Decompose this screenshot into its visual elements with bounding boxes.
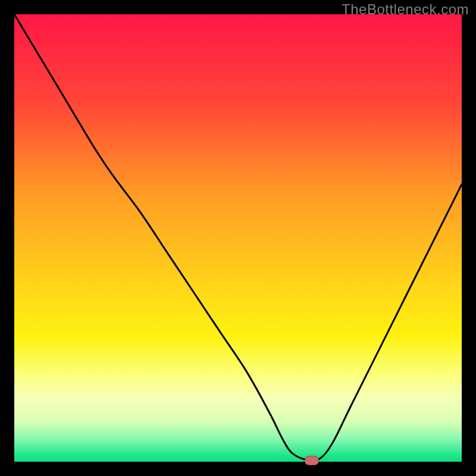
background-gradient bbox=[14, 14, 462, 462]
plot-area bbox=[14, 14, 462, 462]
chart-frame: TheBottleneck.com bbox=[0, 0, 476, 476]
watermark-text: TheBottleneck.com bbox=[342, 1, 469, 18]
svg-rect-0 bbox=[14, 14, 462, 462]
